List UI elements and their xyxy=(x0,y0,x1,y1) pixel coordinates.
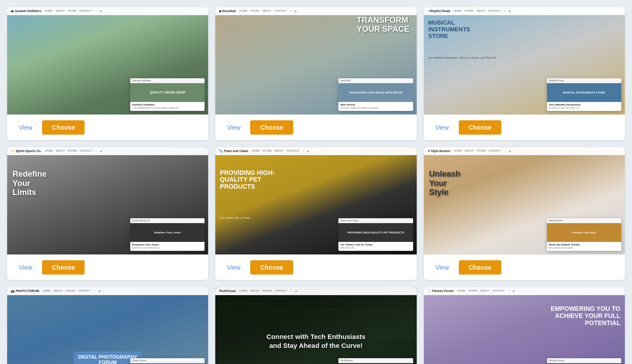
topbar-sprint: ⚡ Sprint Sports Co. HOMEABOUTSTORECONTAC… xyxy=(7,147,208,155)
card-actions-style: View Choose xyxy=(424,254,625,280)
logo-photo: 📷 PHOTO FORUM xyxy=(11,289,39,293)
nav-style: HOMEABOUTSTORECONTACT♡⊕ xyxy=(454,149,511,152)
card-preview-style: ✦ Style Avenue HOMEABOUTSTORECONTACT♡⊕ U… xyxy=(424,147,625,254)
card-preview-tech: TechForum HOMEABOUTFORUMCONTACT♡⊕ Connec… xyxy=(215,287,416,364)
choose-button-music[interactable]: Choose xyxy=(459,120,501,135)
card-music: ♪ Rhythm Road HOMESTOREABOUTCONTACT♡⊕ MU… xyxy=(424,7,625,140)
topbar-summit: ⛰ Summit Outfitters HOMEABOUTSTORECONTAC… xyxy=(7,7,208,15)
card-preview-fitness: 🍴 Fitness Forum HOMESTOREABOUTCONTACT♡⊕ … xyxy=(424,287,625,364)
mobile-overlay-deco: DecoHub TRANSFORM YOUR SPACE WITH DÉCOR … xyxy=(338,78,413,111)
card-photo: 📷 PHOTO FORUM HOMEABOUTFORUMCONTACT♡⊕ DI… xyxy=(7,287,208,364)
nav-fitness: HOMESTOREABOUTCONTACT♡⊕ xyxy=(457,289,515,292)
template-grid: ⛰ Summit Outfitters HOMEABOUTSTORECONTAC… xyxy=(7,7,625,364)
card-preview-music: ♪ Rhythm Road HOMESTOREABOUTCONTACT♡⊕ MU… xyxy=(424,7,625,114)
mobile-overlay-music: Rhythm Road MUSICAL INSTRUMENTS STORE Yo… xyxy=(547,78,621,111)
card-paws: 🐾 Paws and Claws HOMESTOREABOUTCONTACT♡⊕… xyxy=(215,147,416,280)
nav-paws: HOMESTOREABOUTCONTACT♡⊕ xyxy=(252,149,309,152)
choose-button-deco[interactable]: Choose xyxy=(250,120,293,135)
topbar-paws: 🐾 Paws and Claws HOMESTOREABOUTCONTACT♡⊕ xyxy=(215,147,416,155)
card-preview-paws: 🐾 Paws and Claws HOMESTOREABOUTCONTACT♡⊕… xyxy=(215,147,416,254)
mobile-overlay-photo: Photo Forum DIGITAL PHOTOGRAPHY FORUM Jo… xyxy=(130,358,205,364)
topbar-music: ♪ Rhythm Road HOMESTOREABOUTCONTACT♡⊕ xyxy=(424,7,625,15)
topbar-deco: ◆ DecoHub HOMESTOREABOUTCONTACT♡⊕ xyxy=(215,7,416,15)
mobile-overlay-style: Style Avenue Unleash Your Style Shop the… xyxy=(547,218,621,251)
mobile-overlay-tech: TechForum Connect with Tech Enthusiasts … xyxy=(338,358,413,364)
card-actions-deco: View Choose xyxy=(215,114,416,140)
card-fitness: 🍴 Fitness Forum HOMESTOREABOUTCONTACT♡⊕ … xyxy=(424,287,625,364)
view-button-summit[interactable]: View xyxy=(14,121,37,134)
topbar-photo: 📷 PHOTO FORUM HOMEABOUTFORUMCONTACT♡⊕ xyxy=(7,287,208,295)
choose-button-sprint[interactable]: Choose xyxy=(42,260,85,275)
nav-tech: HOMEABOUTFORUMCONTACT♡⊕ xyxy=(239,289,297,292)
topbar-tech: TechForum HOMEABOUTFORUMCONTACT♡⊕ xyxy=(215,287,416,295)
view-button-deco[interactable]: View xyxy=(222,121,245,134)
mobile-overlay-paws: Paws and Claws PROVIDING HIGH-QUALITY PE… xyxy=(338,218,413,251)
logo-deco: ◆ DecoHub xyxy=(219,9,236,13)
nav-photo: HOMEABOUTFORUMCONTACT♡⊕ xyxy=(43,289,100,292)
nav-summit: HOMEABOUTSTORECONTACT♡⊕ xyxy=(45,9,102,13)
logo-tech: TechForum xyxy=(219,289,236,292)
nav-music: HOMESTOREABOUTCONTACT♡⊕ xyxy=(454,9,511,13)
view-button-style[interactable]: View xyxy=(431,261,453,274)
card-deco: ◆ DecoHub HOMESTOREABOUTCONTACT♡⊕ TRANSF… xyxy=(215,7,416,140)
logo-summit: ⛰ Summit Outfitters xyxy=(11,9,41,13)
card-preview-sprint: ⚡ Sprint Sports Co. HOMEABOUTSTORECONTAC… xyxy=(7,147,208,254)
nav-sprint: HOMEABOUTSTORECONTACT♡⊕ xyxy=(45,149,102,152)
mobile-overlay-sprint: Sprint Sports Co. Redefine Your Limits E… xyxy=(130,218,205,251)
choose-button-paws[interactable]: Choose xyxy=(250,260,293,275)
choose-button-summit[interactable]: Choose xyxy=(42,120,85,135)
card-summit: ⛰ Summit Outfitters HOMEABOUTSTORECONTAC… xyxy=(7,7,208,140)
card-actions-sprint: View Choose xyxy=(7,254,208,280)
card-style: ✦ Style Avenue HOMEABOUTSTORECONTACT♡⊕ U… xyxy=(424,147,625,280)
card-tech: TechForum HOMEABOUTFORUMCONTACT♡⊕ Connec… xyxy=(215,287,416,364)
logo-style: ✦ Style Avenue xyxy=(427,149,450,153)
logo-music: ♪ Rhythm Road xyxy=(427,9,450,13)
mobile-overlay-fitness: Fitness Forum EMPOWERING YOU TO ACHIEVE … xyxy=(547,358,621,364)
view-button-paws[interactable]: View xyxy=(222,261,245,274)
nav-deco: HOMESTOREABOUTCONTACT♡⊕ xyxy=(239,9,297,13)
card-actions-summit: View Choose xyxy=(7,114,208,140)
topbar-style: ✦ Style Avenue HOMEABOUTSTORECONTACT♡⊕ xyxy=(424,147,625,155)
topbar-fitness: 🍴 Fitness Forum HOMESTOREABOUTCONTACT♡⊕ xyxy=(424,287,625,295)
logo-paws: 🐾 Paws and Claws xyxy=(219,149,248,153)
card-preview-deco: ◆ DecoHub HOMESTOREABOUTCONTACT♡⊕ TRANSF… xyxy=(215,7,416,114)
view-button-sprint[interactable]: View xyxy=(14,261,37,274)
view-button-music[interactable]: View xyxy=(431,121,453,134)
logo-sprint: ⚡ Sprint Sports Co. xyxy=(11,149,42,153)
card-sprint: ⚡ Sprint Sports Co. HOMEABOUTSTORECONTAC… xyxy=(7,147,208,280)
card-actions-paws: View Choose xyxy=(215,254,416,280)
card-preview-photo: 📷 PHOTO FORUM HOMEABOUTFORUMCONTACT♡⊕ DI… xyxy=(7,287,208,364)
card-actions-music: View Choose xyxy=(424,114,625,140)
logo-fitness: 🍴 Fitness Forum xyxy=(427,289,454,293)
mobile-overlay-summit: Summit Outfitters QUALITY HIKING GEAR Su… xyxy=(130,78,205,111)
choose-button-style[interactable]: Choose xyxy=(459,260,501,275)
card-preview-summit: ⛰ Summit Outfitters HOMEABOUTSTORECONTAC… xyxy=(7,7,208,114)
